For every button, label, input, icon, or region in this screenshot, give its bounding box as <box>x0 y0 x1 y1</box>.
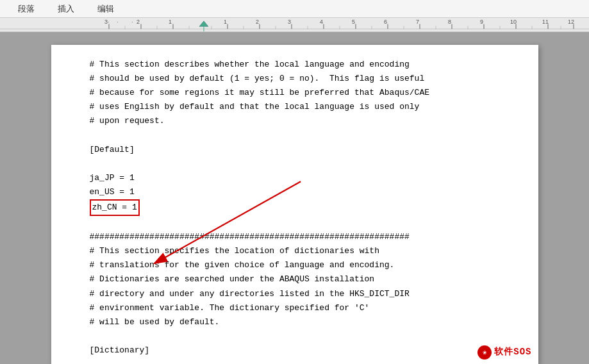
zh-cn-highlight: zh_CN = 1 <box>90 199 140 216</box>
line-7: [Default] <box>90 143 500 157</box>
watermark-icon-text: ❀ <box>483 347 486 358</box>
svg-text:2: 2 <box>137 19 140 25</box>
svg-text:·: · <box>117 19 119 25</box>
svg-text:12: 12 <box>568 19 574 25</box>
svg-text:1: 1 <box>224 19 227 25</box>
svg-text:5: 5 <box>352 19 355 25</box>
line-11-zh-cn: zh_CN = 1 <box>90 199 500 216</box>
svg-text:7: 7 <box>416 19 419 25</box>
svg-text:9: 9 <box>480 19 483 25</box>
svg-text:8: 8 <box>448 19 451 25</box>
svg-text:·: · <box>131 19 133 25</box>
line-6 <box>90 128 500 142</box>
line-12 <box>90 216 500 230</box>
line-19: # will be used by default. <box>90 315 500 329</box>
line-22 <box>90 358 500 364</box>
line-5: # upon request. <box>90 114 500 128</box>
line-1: # This section describes whether the loc… <box>90 58 500 72</box>
page[interactable]: # This section describes whether the loc… <box>51 45 538 364</box>
line-2: # should be used by default (1 = yes; 0 … <box>90 72 500 86</box>
svg-rect-0 <box>0 18 589 31</box>
ruler: 3 2 1 1 2 3 4 5 <box>0 18 589 32</box>
line-3: # because for some regions it may still … <box>90 86 500 100</box>
svg-text:10: 10 <box>510 19 517 25</box>
document-area: # This section describes whether the loc… <box>0 32 589 364</box>
line-17: # directory and under any directories li… <box>90 287 500 301</box>
svg-text:·: · <box>108 19 110 25</box>
menu-bar: 段落 插入 编辑 <box>0 0 589 18</box>
line-4: # uses English by default and that the l… <box>90 100 500 114</box>
line-10: en_US = 1 <box>90 185 500 199</box>
menu-item-paragraph[interactable]: 段落 <box>6 1 46 17</box>
line-9: ja_JP = 1 <box>90 171 500 185</box>
svg-text:11: 11 <box>542 19 549 25</box>
line-21: [Dictionary] <box>90 343 500 358</box>
svg-text:4: 4 <box>320 19 323 25</box>
line-8 <box>90 157 500 171</box>
doc-content: # This section describes whether the loc… <box>90 58 500 364</box>
menu-item-insert[interactable]: 插入 <box>46 1 86 17</box>
menu-item-edit[interactable]: 编辑 <box>86 1 126 17</box>
line-15: # translations for the given choice of l… <box>90 258 500 272</box>
watermark: ❀ 软件SOS <box>477 345 531 360</box>
line-13: ########################################… <box>90 230 500 244</box>
line-18: # environment variable. The dictionary s… <box>90 301 500 315</box>
watermark-text: 软件SOS <box>494 345 531 360</box>
svg-text:3: 3 <box>288 19 291 25</box>
svg-text:1: 1 <box>169 19 172 25</box>
line-14: # This section specifies the location of… <box>90 244 500 258</box>
line-20 <box>90 329 500 343</box>
watermark-logo: ❀ <box>477 345 492 360</box>
svg-text:2: 2 <box>256 19 259 25</box>
line-16: # Dictionaries are searched under the AB… <box>90 272 500 286</box>
svg-text:6: 6 <box>384 19 387 25</box>
